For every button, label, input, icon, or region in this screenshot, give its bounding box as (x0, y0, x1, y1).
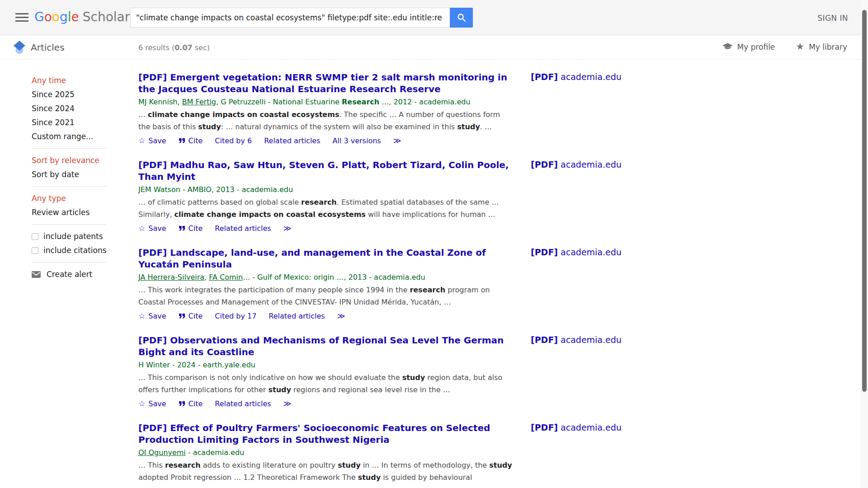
result-title-row: [PDF] Effect of Poultry Farmers' Socioec… (138, 422, 514, 446)
save-star-icon: ☆ (138, 225, 145, 232)
cite-button[interactable]: Cite (179, 399, 203, 408)
search-result: [PDF] Landscape, land-use, and managemen… (138, 247, 726, 320)
my-library-link[interactable]: ★ My library (796, 42, 847, 52)
related-articles-link[interactable]: Related articles (269, 312, 325, 320)
articles-diamond-icon (14, 41, 25, 56)
result-authors: MJ Kennish, BM Fertig, G Petruzzelli - N… (138, 97, 514, 107)
result-snippet: … climate change impacts on coastal ecos… (138, 108, 514, 133)
search-input[interactable] (130, 8, 450, 28)
results-stats: 6 results (0.07 sec) (138, 43, 210, 52)
cited-by-link[interactable]: Cited by 17 (215, 312, 256, 320)
search-icon (457, 13, 467, 23)
author-link[interactable]: OI Ogunyemi (138, 448, 186, 457)
top-bar: GoogleScholar SIGN IN (0, 0, 868, 35)
envelope-icon (32, 271, 41, 278)
create-alert-link[interactable]: Create alert (32, 270, 127, 279)
author-link[interactable]: BM Fertig (182, 98, 217, 106)
filter-custom-range[interactable]: Custom range... (32, 132, 127, 141)
related-articles-link[interactable]: Related articles (264, 136, 320, 145)
filter-any-time[interactable]: Any time (32, 76, 127, 85)
result-actions: ☆SaveCiteRelated articles≫ (138, 224, 514, 233)
more-options-icon[interactable]: ≫ (337, 312, 345, 320)
result-title-link[interactable]: Effect of Poultry Farmers' Socioeconomic… (138, 422, 490, 445)
hamburger-menu-icon[interactable] (15, 13, 28, 23)
search-result: [PDF] Madhu Rao, Saw Htun, Steven G. Pla… (138, 159, 726, 233)
result-title-link[interactable]: Landscape, land-use, and management in t… (138, 247, 486, 270)
result-snippet: … This work integrates the participation… (138, 284, 514, 308)
double-chevron-icon: ≫ (337, 312, 345, 320)
save-star-icon: ☆ (138, 400, 145, 408)
double-chevron-icon: ≫ (393, 137, 401, 145)
double-chevron-icon: ≫ (283, 225, 292, 232)
graduation-cap-icon (722, 43, 733, 51)
cite-button[interactable]: Cite (179, 312, 203, 320)
save-button[interactable]: ☆Save (138, 399, 166, 408)
result-title-link[interactable]: Emergent vegetation: NERR SWMP tier 2 sa… (138, 72, 507, 94)
side-pdf-link[interactable]: [PDF] academia.edu (531, 160, 622, 169)
result-authors: OI Ogunyemi - academia.edu (138, 448, 514, 457)
save-button[interactable]: ☆Save (138, 224, 166, 233)
cited-by-link[interactable]: Cited by 6 (215, 136, 252, 145)
cite-button[interactable]: Cite (179, 224, 203, 233)
my-profile-link[interactable]: My profile (722, 42, 775, 52)
search-result: [PDF] Emergent vegetation: NERR SWMP tie… (138, 71, 726, 145)
side-pdf-link[interactable]: [PDF] academia.edu (531, 72, 622, 82)
double-chevron-icon: ≫ (283, 400, 292, 408)
result-title-row: [PDF] Observations and Mechanisms of Reg… (138, 334, 514, 358)
articles-section-label: Articles (31, 42, 65, 53)
more-options-icon[interactable]: ≫ (393, 137, 401, 145)
all-versions-link[interactable]: All 3 versions (333, 136, 381, 145)
filters-sidebar: Any time Since 2025 Since 2024 Since 202… (32, 76, 127, 279)
result-title-link[interactable]: Madhu Rao, Saw Htun, Steven G. Platt, Ro… (138, 160, 509, 182)
search-button[interactable] (450, 8, 473, 28)
save-button[interactable]: ☆Save (138, 136, 166, 145)
include-patents-option[interactable]: include patents (32, 232, 127, 241)
side-pdf-link[interactable]: [PDF] academia.edu (531, 335, 622, 345)
scholar-logo-text: Scholar (83, 9, 130, 24)
pdf-tag: [PDF] (138, 335, 167, 346)
pdf-tag: [PDF] (138, 247, 167, 258)
vertical-scrollbar[interactable] (861, 0, 868, 488)
result-authors: JA Herrera-Silveira, FA Comin… - Gulf of… (138, 272, 514, 282)
sidebar-divider (32, 224, 106, 225)
author-link[interactable]: JA Herrera-Silveira (138, 273, 204, 282)
related-articles-link[interactable]: Related articles (215, 224, 271, 233)
save-star-icon: ☆ (138, 137, 145, 145)
include-citations-checkbox[interactable] (32, 247, 38, 254)
result-title-row: [PDF] Emergent vegetation: NERR SWMP tie… (138, 71, 514, 95)
result-title-row: [PDF] Landscape, land-use, and managemen… (138, 247, 514, 270)
related-articles-link[interactable]: Related articles (215, 399, 271, 408)
filter-any-type[interactable]: Any type (32, 194, 127, 203)
author-link[interactable]: FA Comin (209, 273, 243, 282)
include-citations-option[interactable]: include citations (32, 246, 127, 255)
filter-review-articles[interactable]: Review articles (32, 208, 127, 217)
include-patents-checkbox[interactable] (32, 233, 38, 240)
result-snippet: … This comparison is not only indicative… (138, 371, 514, 396)
filter-since-2024[interactable]: Since 2024 (32, 104, 127, 113)
filter-since-2025[interactable]: Since 2025 (32, 90, 127, 99)
scrollbar-thumb[interactable] (862, 10, 867, 392)
save-button[interactable]: ☆Save (138, 312, 166, 320)
cite-button[interactable]: Cite (179, 136, 203, 145)
cite-icon (179, 401, 185, 407)
cite-icon (179, 138, 185, 144)
star-icon: ★ (796, 42, 804, 52)
sign-in-link[interactable]: SIGN IN (817, 14, 848, 23)
filter-since-2021[interactable]: Since 2021 (32, 118, 127, 127)
sort-by-relevance[interactable]: Sort by relevance (32, 156, 127, 165)
result-title-link[interactable]: Observations and Mechanisms of Regional … (138, 335, 504, 357)
side-pdf-link[interactable]: [PDF] academia.edu (531, 247, 622, 257)
sort-by-date[interactable]: Sort by date (32, 170, 127, 179)
sidebar-divider (32, 148, 106, 149)
pdf-tag: [PDF] (138, 160, 167, 170)
search-result: [PDF] Effect of Poultry Farmers' Socioec… (138, 422, 726, 487)
result-actions: ☆SaveCiteCited by 6Related articlesAll 3… (138, 136, 514, 145)
more-options-icon[interactable]: ≫ (283, 225, 292, 232)
cite-icon (179, 313, 185, 319)
search-result: [PDF] Observations and Mechanisms of Reg… (138, 334, 726, 408)
more-options-icon[interactable]: ≫ (283, 400, 292, 408)
side-pdf-link[interactable]: [PDF] academia.edu (531, 422, 622, 432)
pdf-tag: [PDF] (138, 422, 167, 433)
cite-icon (179, 225, 185, 231)
google-scholar-logo[interactable]: GoogleScholar (34, 9, 130, 24)
